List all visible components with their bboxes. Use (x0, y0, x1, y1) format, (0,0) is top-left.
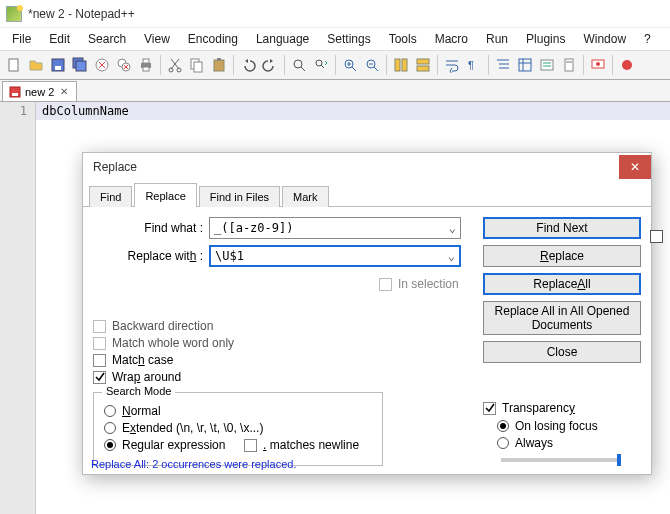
menu-plugins[interactable]: Plugins (518, 30, 573, 48)
window-title: *new 2 - Notepad++ (28, 7, 135, 21)
transparency-slider[interactable] (501, 458, 621, 462)
menu-encoding[interactable]: Encoding (180, 30, 246, 48)
menu-view[interactable]: View (136, 30, 178, 48)
in-selection-option: In selection (379, 277, 459, 291)
find-what-label: Find what : (93, 221, 203, 235)
close-button[interactable]: Close (483, 341, 641, 363)
svg-rect-9 (143, 59, 149, 63)
monitor-file-icon[interactable] (588, 55, 608, 75)
menu-file[interactable]: File (4, 30, 39, 48)
svg-point-17 (294, 60, 302, 68)
tab-mark[interactable]: Mark (282, 186, 328, 207)
replace-all-opened-button[interactable]: Replace All in All Opened Documents (483, 301, 641, 335)
search-mode-normal[interactable]: Normal (104, 404, 372, 418)
dialog-tabs: Find Replace Find in Files Mark (83, 181, 651, 207)
find-next-direction-checkbox[interactable] (650, 230, 663, 243)
function-list-icon[interactable] (537, 55, 557, 75)
close-file-icon[interactable] (92, 55, 112, 75)
record-macro-icon[interactable] (617, 55, 637, 75)
find-icon[interactable] (289, 55, 309, 75)
menu-macro[interactable]: Macro (427, 30, 476, 48)
file-tabstrip: new 2 ✕ (0, 80, 670, 102)
svg-rect-4 (76, 61, 86, 71)
svg-point-31 (596, 62, 600, 66)
cut-icon[interactable] (165, 55, 185, 75)
open-file-icon[interactable] (26, 55, 46, 75)
replace-with-input[interactable]: \U$1 ⌄ (209, 245, 461, 267)
redo-icon[interactable] (260, 55, 280, 75)
indent-guide-icon[interactable] (493, 55, 513, 75)
tab-find[interactable]: Find (89, 186, 132, 207)
menu-settings[interactable]: Settings (319, 30, 378, 48)
svg-rect-23 (417, 59, 429, 64)
transparency-always[interactable]: Always (497, 436, 641, 450)
find-what-value: _([a-z0-9]) (214, 221, 449, 235)
close-tab-icon[interactable]: ✕ (58, 86, 70, 98)
file-tab[interactable]: new 2 ✕ (2, 81, 77, 101)
menu-window[interactable]: Window (575, 30, 634, 48)
menu-edit[interactable]: Edit (41, 30, 78, 48)
replace-dialog: Replace ✕ Find Replace Find in Files Mar… (82, 152, 652, 475)
svg-rect-14 (194, 62, 202, 72)
svg-rect-28 (565, 59, 573, 71)
folder-as-ws-icon[interactable] (515, 55, 535, 75)
dialog-close-button[interactable]: ✕ (619, 155, 651, 179)
transparency-group: Transparency On losing focus Always (483, 401, 641, 464)
wrap-around-option[interactable]: Wrap around (93, 370, 641, 384)
chevron-down-icon[interactable]: ⌄ (449, 221, 456, 235)
wordwrap-icon[interactable] (442, 55, 462, 75)
save-all-icon[interactable] (70, 55, 90, 75)
print-icon[interactable] (136, 55, 156, 75)
sync-h-icon[interactable] (413, 55, 433, 75)
menu-tools[interactable]: Tools (381, 30, 425, 48)
zoom-in-icon[interactable] (340, 55, 360, 75)
in-selection-checkbox (379, 278, 392, 291)
save-icon[interactable] (48, 55, 68, 75)
doc-map-icon[interactable] (559, 55, 579, 75)
chevron-down-icon[interactable]: ⌄ (448, 249, 455, 263)
new-file-icon[interactable] (4, 55, 24, 75)
code-line: dbColumnName (36, 102, 670, 120)
sync-v-icon[interactable] (391, 55, 411, 75)
whole-word-checkbox (93, 337, 106, 350)
backward-checkbox (93, 320, 106, 333)
match-case-checkbox[interactable] (93, 354, 106, 367)
menu-help[interactable]: ? (636, 30, 659, 48)
find-next-button[interactable]: Find Next (483, 217, 641, 239)
svg-rect-26 (519, 59, 531, 71)
dialog-titlebar: Replace ✕ (83, 153, 651, 181)
tab-replace[interactable]: Replace (134, 183, 196, 207)
transparency-onlosing[interactable]: On losing focus (497, 419, 641, 433)
replace-with-label: Replace with : (93, 249, 203, 263)
menu-run[interactable]: Run (478, 30, 516, 48)
wrap-around-checkbox[interactable] (93, 371, 106, 384)
menu-search[interactable]: Search (80, 30, 134, 48)
menu-language[interactable]: Language (248, 30, 317, 48)
svg-rect-15 (214, 60, 224, 71)
file-tab-label: new 2 (25, 86, 54, 98)
toolbar: ¶ (0, 50, 670, 80)
transparency-checkbox[interactable] (483, 402, 496, 415)
svg-rect-16 (217, 58, 221, 61)
unsaved-icon (9, 86, 21, 98)
replace-all-button[interactable]: Replace All (483, 273, 641, 295)
close-all-icon[interactable] (114, 55, 134, 75)
search-mode-extended[interactable]: Extended (\n, \r, \t, \0, \x...) (104, 421, 372, 435)
replace-button[interactable]: Replace (483, 245, 641, 267)
copy-icon[interactable] (187, 55, 207, 75)
search-mode-legend: Search Mode (102, 385, 175, 397)
zoom-out-icon[interactable] (362, 55, 382, 75)
dot-newline-checkbox[interactable] (244, 439, 257, 452)
dialog-status: Replace All: 2 occurrences were replaced… (91, 458, 296, 470)
paste-icon[interactable] (209, 55, 229, 75)
undo-icon[interactable] (238, 55, 258, 75)
replace-icon[interactable] (311, 55, 331, 75)
show-all-chars-icon[interactable]: ¶ (464, 55, 484, 75)
tab-findinfiles[interactable]: Find in Files (199, 186, 280, 207)
search-mode-regex[interactable]: Regular expression . matches newline (104, 438, 372, 452)
in-selection-label: In selection (398, 277, 459, 291)
svg-rect-2 (55, 66, 61, 70)
svg-text:¶: ¶ (468, 59, 474, 71)
find-what-input[interactable]: _([a-z0-9]) ⌄ (209, 217, 461, 239)
svg-rect-27 (541, 60, 553, 70)
